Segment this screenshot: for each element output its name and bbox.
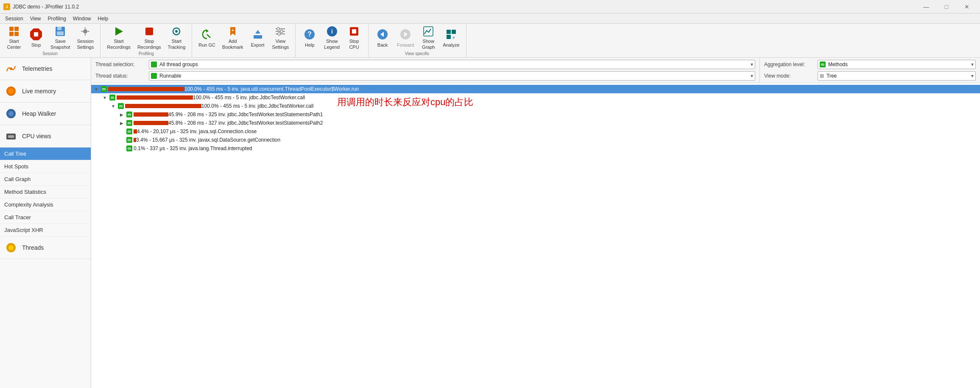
- session-settings-label: SessionSettings: [77, 39, 94, 50]
- tree-toggle-icon[interactable]: ▼: [101, 94, 108, 101]
- start-tracking-button[interactable]: StartTracking: [165, 25, 189, 50]
- sidebar-item-hot-spots[interactable]: Hot Spots: [0, 160, 91, 173]
- tree-row[interactable]: ▼m 100.0% - 455 ms - 5 inv. jdbc.JdbcTes…: [91, 93, 980, 102]
- toolbar-group-session: StartCenter Stop SaveSnapshot: [0, 24, 101, 58]
- show-legend-button[interactable]: i ShowLegend: [321, 25, 343, 50]
- view-specific-buttons: Back Forward ShowGraph # Analyze: [372, 25, 462, 51]
- tree-toggle-icon: [118, 145, 125, 152]
- tree-toggle-icon[interactable]: ▼: [110, 103, 117, 109]
- save-snapshot-label: SaveSnapshot: [50, 39, 70, 50]
- save-snapshot-icon: [53, 25, 67, 37]
- stop-icon: [29, 28, 43, 41]
- view-mode-value: Tree: [826, 73, 837, 79]
- analyze-button[interactable]: # Analyze: [440, 25, 462, 50]
- view-mode-tree-icon: ⊞: [820, 73, 824, 79]
- aggregation-m-icon: m: [820, 61, 826, 67]
- start-recordings-label: StartRecordings: [107, 39, 131, 50]
- stop-cpu-button[interactable]: StopCPU: [343, 25, 365, 50]
- export-label: Export: [251, 42, 265, 48]
- sidebar-item-cpu-views[interactable]: CPU views: [0, 125, 91, 148]
- menu-window[interactable]: Window: [70, 15, 95, 22]
- stop-button[interactable]: Stop: [25, 25, 47, 50]
- call-tracer-label: Call Tracer: [4, 214, 31, 221]
- view-mode-row: View mode: ⊞ Tree ▾: [764, 71, 976, 81]
- tree-row[interactable]: m 0.1% - 337 μs - 325 inv. java.lang.Thr…: [91, 144, 980, 153]
- analyze-label: Analyze: [443, 42, 459, 48]
- tree-toggle-icon[interactable]: ▶: [118, 120, 125, 126]
- export-icon: [251, 28, 265, 41]
- method-badge: m: [126, 128, 132, 134]
- back-button[interactable]: Back: [372, 25, 393, 50]
- export-button[interactable]: Export: [247, 25, 268, 50]
- menu-session[interactable]: Session: [2, 15, 27, 22]
- tree-row[interactable]: m 4.4% - 20,107 μs - 325 inv. java.sql.C…: [91, 127, 980, 136]
- menu-help[interactable]: Help: [95, 15, 112, 22]
- sidebar-item-live-memory[interactable]: Live memory: [0, 80, 91, 103]
- menu-view[interactable]: View: [27, 15, 45, 22]
- sidebar-item-javascript-xhr[interactable]: JavaScript XHR: [0, 224, 91, 237]
- method-badge: m: [109, 95, 115, 100]
- method-badge: m: [101, 86, 107, 92]
- start-recordings-button[interactable]: StartRecordings: [104, 25, 134, 50]
- view-settings-label: ViewSettings: [272, 39, 289, 50]
- show-graph-button[interactable]: ShowGraph: [418, 25, 439, 50]
- session-buttons: StartCenter Stop SaveSnapshot: [3, 25, 97, 51]
- cpu-views-icon: [4, 129, 18, 143]
- add-bookmark-button[interactable]: + AddBookmark: [219, 25, 246, 50]
- sidebar-item-call-tree[interactable]: Call Tree: [0, 148, 91, 160]
- sidebar-item-complexity-analysis[interactable]: Complexity Analysis: [0, 198, 91, 211]
- tree-row[interactable]: ▼m 100.0% - 455 ms - 5 inv. jdbc.JdbcTes…: [91, 102, 980, 110]
- tree-toggle-icon: [118, 137, 125, 143]
- tree-row-text: 45.8% - 208 ms - 327 inv. jdbc.JdbcTestW…: [168, 120, 323, 126]
- menu-bar: Session View Profiling Window Help: [0, 14, 980, 24]
- aggregation-dropdown[interactable]: m Methods ▾: [818, 60, 976, 69]
- tree-row-text: 3.4% - 15,667 μs - 325 inv. javax.sql.Da…: [136, 137, 280, 143]
- minimize-button[interactable]: —: [916, 0, 936, 14]
- svg-marker-12: [206, 29, 209, 33]
- sidebar-item-call-tracer[interactable]: Call Tracer: [0, 211, 91, 224]
- svg-rect-1: [14, 27, 19, 31]
- content-area: Thread selection: All thread groups ▾ Th…: [91, 58, 980, 388]
- sidebar-item-telemetries[interactable]: Telemetries: [0, 58, 91, 80]
- start-center-button[interactable]: StartCenter: [3, 25, 25, 50]
- save-snapshot-button[interactable]: SaveSnapshot: [47, 25, 73, 50]
- session-settings-button[interactable]: SessionSettings: [74, 25, 97, 50]
- maximize-button[interactable]: □: [937, 0, 956, 14]
- svg-text:i: i: [331, 28, 333, 35]
- svg-rect-5: [57, 27, 61, 30]
- menu-profiling[interactable]: Profiling: [45, 15, 70, 22]
- sidebar-item-method-statistics[interactable]: Method Statistics: [0, 186, 91, 198]
- run-gc-button[interactable]: Run GC: [195, 25, 218, 50]
- help-button[interactable]: ? Help: [299, 25, 320, 50]
- sidebar-item-heap-walker[interactable]: Heap Walker: [0, 103, 91, 125]
- method-badge: m: [126, 120, 132, 126]
- svg-rect-29: [352, 29, 356, 33]
- header-controls: Thread selection: All thread groups ▾ Th…: [91, 58, 980, 83]
- app-title: JDBC demo - JProfiler 11.0.2: [13, 4, 916, 10]
- tree-toggle-icon[interactable]: ▼: [93, 86, 100, 92]
- view-settings-button[interactable]: ViewSettings: [269, 25, 292, 50]
- start-recordings-icon: [112, 25, 126, 37]
- svg-rect-36: [452, 30, 456, 34]
- tree-row[interactable]: ▶m 45.8% - 208 ms - 327 inv. jdbc.JdbcTe…: [91, 119, 980, 127]
- sidebar-item-call-graph[interactable]: Call Graph: [0, 173, 91, 186]
- start-center-icon: [7, 25, 21, 37]
- close-button[interactable]: ✕: [957, 0, 977, 14]
- svg-point-41: [8, 88, 14, 94]
- svg-rect-0: [9, 27, 14, 31]
- tree-row[interactable]: m 3.4% - 15,667 μs - 325 inv. javax.sql.…: [91, 136, 980, 144]
- bottom-content: ▼m 100.0% - 455 ms - 5 inv. java.util.co…: [91, 83, 980, 388]
- tree-toggle-icon[interactable]: ▶: [118, 111, 125, 118]
- svg-point-39: [10, 67, 12, 70]
- tree-row[interactable]: ▶m 45.9% - 208 ms - 325 inv. jdbc.JdbcTe…: [91, 110, 980, 119]
- tree-row[interactable]: ▼m 100.0% - 455 ms - 5 inv. java.util.co…: [91, 85, 980, 93]
- svg-point-23: [278, 33, 280, 35]
- cpu-bar: [134, 112, 168, 117]
- thread-status-dropdown[interactable]: Runnable ▾: [149, 71, 755, 81]
- view-mode-dropdown[interactable]: ⊞ Tree ▾: [818, 71, 976, 81]
- sidebar-item-threads[interactable]: Threads: [0, 237, 91, 259]
- thread-selection-dropdown[interactable]: All thread groups ▾: [149, 60, 755, 69]
- tree-row-text: 100.0% - 455 ms - 5 inv. java.util.concu…: [184, 86, 359, 92]
- stop-recordings-button[interactable]: StopRecordings: [134, 25, 164, 50]
- forward-button[interactable]: Forward: [394, 25, 417, 50]
